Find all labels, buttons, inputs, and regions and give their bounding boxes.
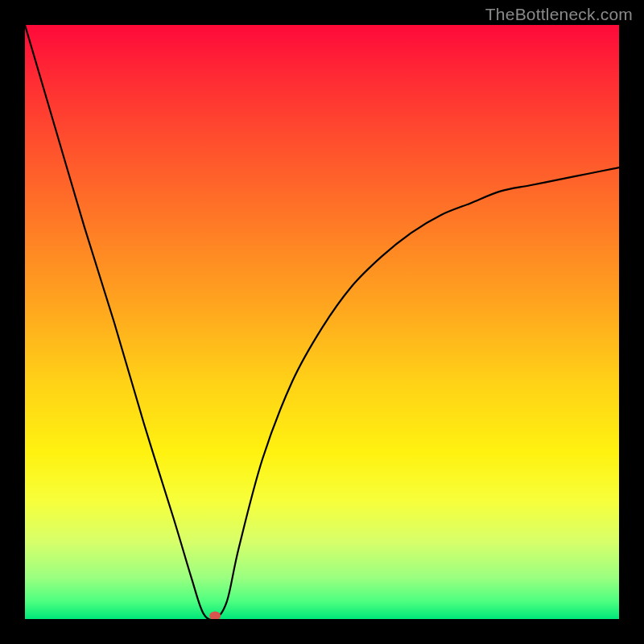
chart-frame: TheBottleneck.com bbox=[0, 0, 644, 644]
curve-svg bbox=[25, 25, 619, 619]
minimum-marker bbox=[209, 612, 221, 620]
watermark-text: TheBottleneck.com bbox=[485, 5, 633, 24]
plot-area bbox=[25, 25, 619, 619]
bottleneck-curve bbox=[25, 25, 619, 619]
